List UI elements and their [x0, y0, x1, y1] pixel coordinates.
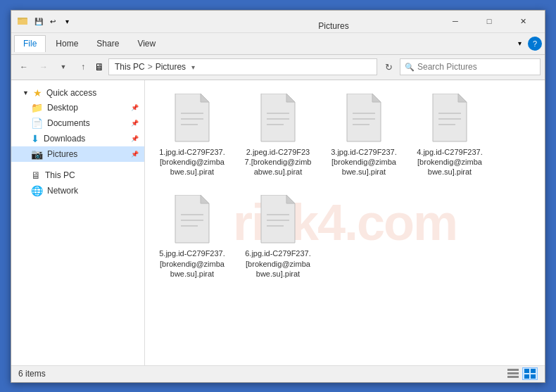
- window-icon: [17, 15, 28, 28]
- path-thispc[interactable]: This PC: [115, 62, 145, 72]
- pin-icon-3: 📌: [131, 135, 139, 142]
- quick-access-label: Quick access: [46, 88, 96, 98]
- pin-icon-2: 📌: [131, 120, 139, 127]
- forward-button[interactable]: →: [35, 58, 52, 75]
- sidebar-item-pictures[interactable]: 📷 Pictures 📌: [11, 146, 144, 162]
- tab-view[interactable]: View: [129, 36, 164, 51]
- search-box: 🔍: [400, 58, 541, 75]
- main-area: ▼ ★ Quick access 📁 Desktop 📌 📄 Documents…: [11, 80, 545, 365]
- svg-marker-4: [201, 94, 209, 102]
- file-item-5[interactable]: 6.jpg.id-C279F237.[brokendig@zimbabwe.su…: [239, 190, 317, 284]
- sidebar-item-label-desktop: Desktop: [47, 103, 78, 113]
- sidebar-item-network[interactable]: 🌐 Network: [11, 183, 144, 198]
- qat-save-button[interactable]: 💾: [32, 15, 45, 27]
- content-area: risk4.com 1.jpg.id-C279F237.[brokendig@z…: [145, 80, 545, 365]
- sidebar-item-thispc[interactable]: 🖥 This PC: [11, 167, 144, 183]
- quick-access-star-icon: ★: [33, 87, 42, 99]
- qat-dropdown-button[interactable]: ▾: [61, 15, 73, 27]
- file-icon-5: [255, 195, 301, 246]
- close-button[interactable]: ✕: [507, 10, 539, 32]
- tab-file[interactable]: File: [14, 35, 46, 52]
- pictures-icon: 📷: [31, 148, 43, 160]
- minimize-button[interactable]: ─: [439, 10, 472, 32]
- window-controls: ─ □ ✕: [439, 10, 539, 32]
- ribbon-end: ▾ ?: [511, 35, 542, 52]
- svg-marker-24: [201, 195, 209, 203]
- sidebar-item-label-network: Network: [47, 186, 78, 196]
- path-computer-icon: 🖥: [94, 61, 104, 72]
- network-icon: 🌐: [31, 185, 43, 196]
- file-icon-2: [341, 94, 386, 144]
- explorer-window: 💾 ↩ ▾ Pictures ─ □ ✕ File Home Share Vie…: [11, 10, 545, 383]
- thispc-icon: 🖥: [31, 170, 41, 181]
- sidebar-item-label-documents: Documents: [47, 118, 90, 128]
- svg-marker-19: [458, 94, 467, 102]
- files-grid: 1.jpg.id-C279F237.[brokendig@zimbabwe.su…: [153, 89, 536, 284]
- file-icon-0: [170, 94, 215, 144]
- title-bar: 💾 ↩ ▾ Pictures ─ □ ✕: [11, 11, 545, 33]
- search-icon: 🔍: [405, 63, 415, 72]
- svg-rect-35: [507, 376, 519, 378]
- status-bar: 6 items: [11, 365, 545, 382]
- address-bar: ← → ▼ ↑ 🖥 This PC > Pictures ▾ ↻ 🔍: [11, 55, 545, 80]
- file-name-3: 4.jpg.id-C279F237.[brokendig@zimbabwe.su…: [416, 147, 484, 177]
- ribbon-expand-button[interactable]: ▾: [511, 35, 528, 52]
- file-item-3[interactable]: 4.jpg.id-C279F237.[brokendig@zimbabwe.su…: [411, 89, 488, 182]
- svg-rect-36: [524, 369, 529, 373]
- quick-access-toolbar: 💾 ↩ ▾: [17, 15, 228, 28]
- file-name-4: 5.jpg.id-C279F237.[brokendig@zimbabwe.su…: [158, 248, 226, 279]
- file-name-5: 6.jpg.id-C279F237.[brokendig@zimbabwe.su…: [244, 248, 312, 279]
- path-separator-1: >: [148, 62, 153, 72]
- item-count: 6 items: [18, 369, 46, 379]
- file-name-1: 2.jpeg.id-C279F237.[brokendig@zimbabwe.s…: [244, 147, 312, 177]
- file-item-1[interactable]: 2.jpeg.id-C279F237.[brokendig@zimbabwe.s…: [239, 89, 317, 182]
- tab-home[interactable]: Home: [47, 36, 87, 51]
- ribbon-tab-bar: File Home Share View ▾ ?: [11, 33, 545, 54]
- folder-icon: 📁: [31, 102, 43, 113]
- list-view-button[interactable]: [505, 367, 521, 380]
- file-item-2[interactable]: 3.jpg.id-C279F237.[brokendig@zimbabwe.su…: [325, 89, 403, 182]
- recent-locations-button[interactable]: ▼: [55, 58, 72, 75]
- chevron-down-icon: ▼: [23, 89, 29, 96]
- ribbon: File Home Share View ▾ ?: [11, 33, 545, 55]
- help-button[interactable]: ?: [528, 37, 542, 51]
- svg-marker-29: [286, 195, 295, 203]
- svg-rect-34: [507, 372, 519, 374]
- pin-icon-4: 📌: [131, 151, 139, 158]
- tile-view-button[interactable]: [522, 367, 538, 380]
- path-dropdown-button[interactable]: ▾: [191, 63, 195, 71]
- file-name-0: 1.jpg.id-C279F237.[brokendig@zimbabwe.su…: [158, 147, 226, 177]
- refresh-button[interactable]: ↻: [380, 58, 397, 75]
- svg-rect-2: [18, 18, 22, 20]
- file-name-2: 3.jpg.id-C279F237.[brokendig@zimbabwe.su…: [330, 147, 398, 177]
- path-pictures[interactable]: Pictures: [156, 62, 186, 72]
- sidebar-item-desktop[interactable]: 📁 Desktop 📌: [11, 100, 144, 115]
- downloads-icon: ⬇: [31, 133, 39, 144]
- search-input[interactable]: [417, 62, 536, 72]
- address-path[interactable]: This PC > Pictures ▾: [108, 58, 377, 75]
- file-icon-4: [170, 195, 215, 246]
- pin-icon: 📌: [131, 104, 139, 111]
- file-item-0[interactable]: 1.jpg.id-C279F237.[brokendig@zimbabwe.su…: [153, 89, 231, 182]
- svg-marker-14: [372, 94, 381, 102]
- svg-rect-37: [531, 369, 536, 373]
- svg-rect-1: [18, 19, 27, 25]
- svg-rect-33: [507, 369, 519, 371]
- tab-share[interactable]: Share: [88, 36, 127, 51]
- sidebar-item-label-thispc: This PC: [45, 170, 75, 180]
- svg-rect-38: [524, 374, 529, 379]
- back-button[interactable]: ←: [15, 58, 32, 75]
- sidebar-item-label-downloads: Downloads: [44, 134, 85, 144]
- maximize-button[interactable]: □: [473, 10, 505, 32]
- qat-undo-button[interactable]: ↩: [46, 15, 59, 27]
- file-icon-3: [427, 94, 472, 144]
- sidebar-item-label-pictures: Pictures: [47, 149, 77, 159]
- sidebar: ▼ ★ Quick access 📁 Desktop 📌 📄 Documents…: [11, 80, 145, 365]
- sidebar-item-downloads[interactable]: ⬇ Downloads 📌: [11, 131, 144, 146]
- sidebar-quick-access[interactable]: ▼ ★ Quick access: [11, 86, 144, 100]
- svg-marker-9: [286, 94, 295, 102]
- up-button[interactable]: ↑: [75, 58, 91, 75]
- file-item-4[interactable]: 5.jpg.id-C279F237.[brokendig@zimbabwe.su…: [153, 190, 231, 284]
- file-icon-1: [255, 94, 301, 144]
- sidebar-item-documents[interactable]: 📄 Documents 📌: [11, 115, 144, 131]
